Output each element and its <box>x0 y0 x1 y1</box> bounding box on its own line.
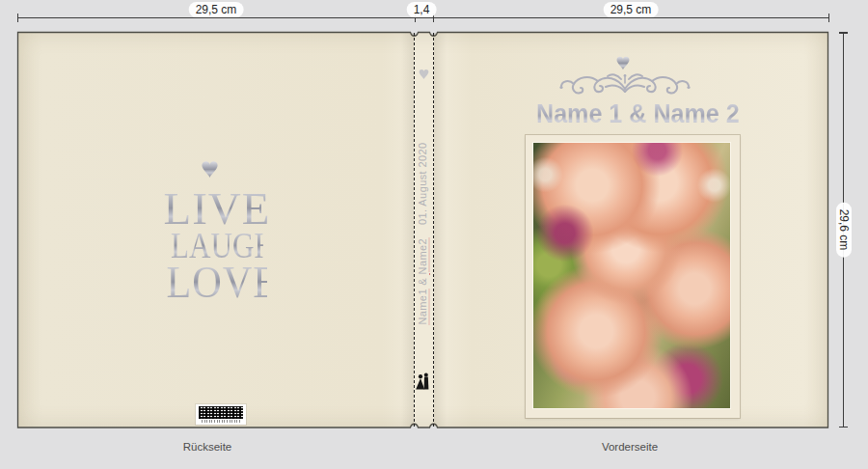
back-cover-title[interactable]: LIVE LAUGH LOVE <box>162 188 272 303</box>
spine-ampersand: & <box>417 274 428 289</box>
title-line: LIVE <box>162 188 272 230</box>
dimension-line-spine-width <box>415 17 433 18</box>
barcode-microtext <box>202 420 240 423</box>
print-barcode <box>196 404 246 425</box>
dimension-tick <box>839 427 848 428</box>
spine-date: 01. August 2020 <box>417 142 428 225</box>
dimension-line-front-width <box>433 17 828 18</box>
dimension-tick <box>828 14 830 22</box>
front-cover-caption: Vorderseite <box>602 441 658 453</box>
rose-bouquet-photo[interactable] <box>532 142 731 409</box>
spine-name1: Name1 <box>417 289 430 324</box>
heart-icon[interactable] <box>198 158 222 180</box>
barcode-pattern <box>199 406 243 419</box>
heart-icon[interactable] <box>417 68 431 81</box>
back-cover-caption: Rückseite <box>183 441 232 453</box>
spine-fold-line-right <box>433 33 434 427</box>
flourish-ornament-icon[interactable] <box>557 69 692 99</box>
dimension-tick <box>17 14 19 22</box>
bride-groom-silhouette-icon[interactable] <box>415 372 432 391</box>
dimension-tick <box>839 32 848 34</box>
back-width-label: 29,5 cm <box>189 2 244 17</box>
cover-photo-frame <box>526 135 740 418</box>
spine-fold-line-left <box>414 33 415 427</box>
front-cover-title[interactable]: Name 1 & Name 2 <box>536 99 740 129</box>
title-line: LOVE <box>167 262 268 303</box>
front-width-label: 29,5 cm <box>604 2 659 17</box>
spine-name2: Name2 <box>417 238 430 274</box>
cover-designer-canvas: 29,5 cm 1,4 29,5 cm 29,6 cm Rückseite Vo… <box>0 0 868 469</box>
spine-width-label: 1,4 <box>407 2 437 17</box>
height-label: 29,6 cm <box>836 203 852 258</box>
spine-text[interactable]: Name1 & Name201. August 2020 <box>417 113 432 355</box>
dimension-line-back-width <box>17 17 415 18</box>
